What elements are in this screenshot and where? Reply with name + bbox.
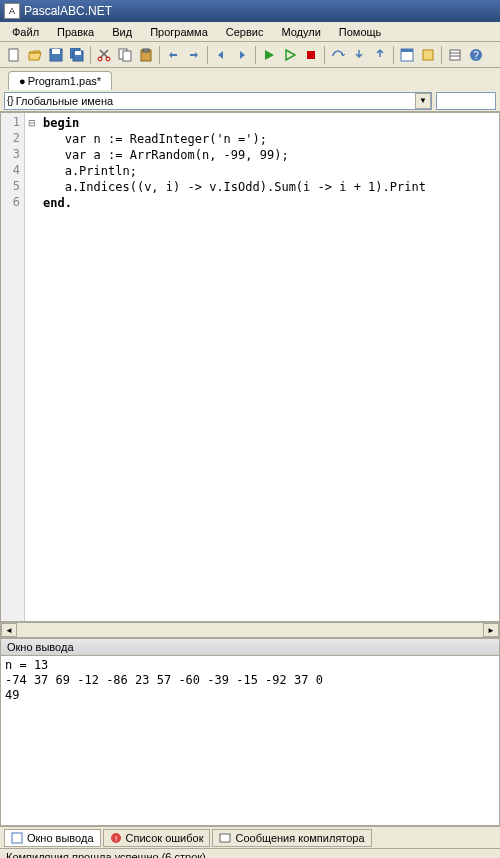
toolbar-separator — [393, 46, 394, 64]
toolbar: ? — [0, 42, 500, 68]
status-text: Компиляция прошла успешно (6 строк) — [6, 851, 206, 858]
output-title: Окно вывода — [7, 641, 74, 653]
line-number: 5 — [1, 179, 24, 195]
menu-help[interactable]: Помощь — [331, 24, 390, 40]
tab-errors-label: Список ошибок — [126, 832, 204, 844]
step-into-icon[interactable] — [349, 45, 369, 65]
code-line: end. — [43, 196, 72, 210]
code-line: var n := ReadInteger('n ='); — [43, 132, 267, 146]
menu-file[interactable]: Файл — [4, 24, 47, 40]
paste-icon[interactable] — [136, 45, 156, 65]
toolbar-separator — [441, 46, 442, 64]
titlebar: A PascalABC.NET — [0, 0, 500, 22]
line-gutter: 1 2 3 4 5 6 — [1, 113, 25, 621]
error-icon: ! — [110, 832, 122, 844]
tab-compiler-label: Сообщения компилятора — [235, 832, 364, 844]
app-icon: A — [4, 3, 20, 19]
line-number: 2 — [1, 131, 24, 147]
tab-compiler[interactable]: Сообщения компилятора — [212, 829, 371, 847]
svg-rect-11 — [143, 49, 149, 52]
tab-errors[interactable]: ! Список ошибок — [103, 829, 211, 847]
statusbar: Компиляция прошла успешно (6 строк) — [0, 848, 500, 858]
output-icon — [11, 832, 23, 844]
code-line: begin — [43, 116, 79, 130]
line-number: 3 — [1, 147, 24, 163]
menu-edit[interactable]: Правка — [49, 24, 102, 40]
fold-toggle-icon[interactable]: ⊟ — [25, 115, 39, 131]
svg-rect-24 — [220, 834, 230, 842]
menu-modules[interactable]: Модули — [273, 24, 328, 40]
code-line: var a := ArrRandom(n, -99, 99); — [43, 148, 289, 162]
save-all-icon[interactable] — [67, 45, 87, 65]
form-designer-icon[interactable] — [397, 45, 417, 65]
step-over-icon[interactable] — [328, 45, 348, 65]
code-line: a.Println; — [43, 164, 137, 178]
svg-rect-21 — [12, 833, 22, 843]
svg-rect-5 — [75, 51, 81, 55]
nav-back-icon[interactable] — [211, 45, 231, 65]
run-no-debug-icon[interactable] — [280, 45, 300, 65]
bottom-tabs: Окно вывода ! Список ошибок Сообщения ко… — [0, 826, 500, 848]
line-number: 4 — [1, 163, 24, 179]
chevron-down-icon[interactable]: ▼ — [415, 93, 431, 109]
step-out-icon[interactable] — [370, 45, 390, 65]
toolbar-separator — [159, 46, 160, 64]
output-line: n = 13 — [5, 658, 48, 672]
toolbar-separator — [90, 46, 91, 64]
braces-icon: {} — [7, 95, 14, 106]
svg-rect-2 — [52, 49, 60, 54]
open-file-icon[interactable] — [25, 45, 45, 65]
scope-dropdown[interactable]: {} Глобальные имена ▼ — [4, 92, 432, 110]
svg-rect-15 — [423, 50, 433, 60]
output-line: -74 37 69 -12 -86 23 57 -60 -39 -15 -92 … — [5, 673, 323, 687]
line-number: 1 — [1, 115, 24, 131]
svg-rect-9 — [123, 51, 131, 61]
menubar: Файл Правка Вид Программа Сервис Модули … — [0, 22, 500, 42]
compiler-icon — [219, 832, 231, 844]
save-icon[interactable] — [46, 45, 66, 65]
compile-icon[interactable] — [418, 45, 438, 65]
code-area[interactable]: begin var n := ReadInteger('n ='); var a… — [39, 113, 499, 621]
svg-text:!: ! — [114, 834, 116, 843]
svg-text:?: ? — [473, 50, 479, 61]
file-tab[interactable]: ●Program1.pas* — [8, 71, 112, 90]
line-number: 6 — [1, 195, 24, 211]
window-title: PascalABC.NET — [24, 4, 112, 18]
svg-rect-12 — [307, 51, 315, 59]
properties-icon[interactable] — [445, 45, 465, 65]
menu-view[interactable]: Вид — [104, 24, 140, 40]
copy-icon[interactable] — [115, 45, 135, 65]
code-line: a.Indices((v, i) -> v.IsOdd).Sum(i -> i … — [43, 180, 426, 194]
horizontal-scrollbar[interactable]: ◄ ► — [0, 622, 500, 638]
cut-icon[interactable] — [94, 45, 114, 65]
scope-label: Глобальные имена — [16, 95, 114, 107]
output-panel[interactable]: n = 13 -74 37 69 -12 -86 23 57 -60 -39 -… — [0, 656, 500, 826]
member-dropdown[interactable] — [436, 92, 496, 110]
output-line: 49 — [5, 688, 19, 702]
new-file-icon[interactable] — [4, 45, 24, 65]
stop-icon[interactable] — [301, 45, 321, 65]
fold-gutter: ⊟ — [25, 113, 39, 621]
output-panel-header: Окно вывода — [0, 638, 500, 656]
tab-dirty-icon: ● — [19, 75, 26, 87]
svg-rect-14 — [401, 49, 413, 52]
nav-forward-icon[interactable] — [232, 45, 252, 65]
tab-output[interactable]: Окно вывода — [4, 829, 101, 847]
scroll-right-icon[interactable]: ► — [483, 623, 499, 637]
help-icon[interactable]: ? — [466, 45, 486, 65]
toolbar-separator — [324, 46, 325, 64]
tab-label: Program1.pas* — [28, 75, 101, 87]
toolbar-separator — [207, 46, 208, 64]
menu-program[interactable]: Программа — [142, 24, 216, 40]
redo-icon[interactable] — [184, 45, 204, 65]
scroll-left-icon[interactable]: ◄ — [1, 623, 17, 637]
tabbar: ●Program1.pas* — [0, 68, 500, 90]
svg-rect-0 — [9, 49, 18, 61]
tab-output-label: Окно вывода — [27, 832, 94, 844]
menu-service[interactable]: Сервис — [218, 24, 272, 40]
toolbar-separator — [255, 46, 256, 64]
svg-rect-16 — [450, 50, 460, 60]
run-icon[interactable] — [259, 45, 279, 65]
code-editor: 1 2 3 4 5 6 ⊟ begin var n := ReadInteger… — [0, 112, 500, 622]
undo-icon[interactable] — [163, 45, 183, 65]
